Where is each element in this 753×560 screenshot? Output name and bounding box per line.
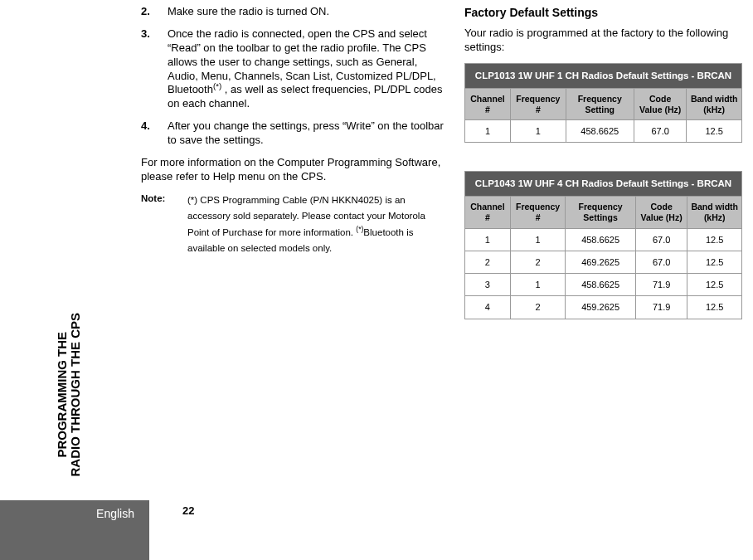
table-col-freqsetting: Frequency Settings bbox=[566, 197, 635, 228]
table-cell: 1 bbox=[510, 274, 566, 296]
step-number: 3. bbox=[141, 27, 168, 111]
step-item: 3. Once the radio is connected, open the… bbox=[141, 27, 448, 111]
step-item: 2. Make sure the radio is turned ON. bbox=[141, 5, 448, 19]
side-section-label: PROGRAMMING THERADIO THROUGH THE CPS bbox=[56, 313, 82, 477]
table-cell: 4 bbox=[465, 296, 511, 319]
table-cell: 12.5 bbox=[687, 251, 742, 273]
step-number: 4. bbox=[141, 119, 168, 148]
note-label: Note: bbox=[141, 192, 187, 257]
table-row: 1 1 458.6625 67.0 12.5 bbox=[465, 120, 742, 143]
table-cell: 2 bbox=[510, 251, 566, 273]
settings-table-1: CLP1013 1W UHF 1 CH Radios Default Setti… bbox=[464, 63, 742, 143]
table-cell: 2 bbox=[465, 251, 511, 273]
table-title-row: CLP1043 1W UHF 4 CH Radios Default Setti… bbox=[465, 172, 742, 197]
table-cell: 1 bbox=[510, 120, 566, 143]
table-row: 3 1 458.6625 71.9 12.5 bbox=[465, 274, 742, 296]
table-col-freqnum: Frequency # bbox=[510, 88, 566, 119]
table-cell: 71.9 bbox=[635, 296, 687, 319]
table-cell: 67.0 bbox=[635, 228, 687, 251]
table-cell: 1 bbox=[510, 228, 566, 251]
step-list: 2. Make sure the radio is turned ON. 3. … bbox=[141, 5, 448, 148]
table-row: 4 2 459.2625 71.9 12.5 bbox=[465, 296, 742, 319]
paragraph: For more information on the Computer Pro… bbox=[141, 156, 448, 184]
page-root: PROGRAMMING THERADIO THROUGH THE CPS Eng… bbox=[0, 0, 753, 560]
table-col-freqsetting: Frequency Setting bbox=[566, 88, 634, 119]
step-number: 2. bbox=[141, 5, 168, 19]
table-cell: 12.5 bbox=[687, 228, 742, 251]
table-header-row: Channel # Frequency # Frequency Settings… bbox=[465, 197, 742, 228]
note-block: Note: (*) CPS Programming Cable (P/N HKK… bbox=[141, 192, 448, 257]
table-cell: 12.5 bbox=[687, 274, 742, 296]
paragraph: Your radio is programmed at the factory … bbox=[464, 27, 742, 55]
table-title-row: CLP1013 1W UHF 1 CH Radios Default Setti… bbox=[465, 63, 742, 88]
table-col-bandwidth: Band width (kHz) bbox=[687, 197, 742, 228]
side-section-tab: PROGRAMMING THERADIO THROUGH THE CPS bbox=[53, 289, 85, 500]
step-item: 4. After you change the settings, press … bbox=[141, 119, 448, 148]
table-col-codevalue: Code Value (Hz) bbox=[635, 197, 687, 228]
table-col-freqnum: Frequency # bbox=[510, 197, 566, 228]
table-row: 1 1 458.6625 67.0 12.5 bbox=[465, 228, 742, 251]
table-row: 2 2 469.2625 67.0 12.5 bbox=[465, 251, 742, 273]
step-text: After you change the settings, press “Wr… bbox=[168, 119, 448, 148]
table-cell: 3 bbox=[465, 274, 511, 296]
step-text: Once the radio is connected, open the CP… bbox=[168, 27, 448, 111]
table-cell: 71.9 bbox=[635, 274, 687, 296]
table-title: CLP1043 1W UHF 4 CH Radios Default Setti… bbox=[465, 172, 742, 197]
table-col-channel: Channel # bbox=[465, 197, 511, 228]
section-heading: Factory Default Settings bbox=[464, 5, 742, 20]
table-cell: 2 bbox=[510, 296, 566, 319]
right-column: Factory Default Settings Your radio is p… bbox=[464, 5, 742, 348]
footnote-marker: (*) bbox=[213, 81, 221, 90]
table-cell: 67.0 bbox=[634, 120, 687, 143]
table-body: 1 1 458.6625 67.0 12.5 2 2 469.2625 67.0… bbox=[465, 228, 742, 319]
table-header-row: Channel # Frequency # Frequency Setting … bbox=[465, 88, 742, 119]
table-cell: 458.6625 bbox=[566, 120, 634, 143]
table-cell: 1 bbox=[465, 228, 511, 251]
settings-table-2: CLP1043 1W UHF 4 CH Radios Default Setti… bbox=[464, 171, 742, 319]
table-col-bandwidth: Band width (kHz) bbox=[687, 88, 742, 119]
table-cell: 469.2625 bbox=[566, 251, 635, 273]
step-text: Make sure the radio is turned ON. bbox=[168, 5, 448, 19]
note-text: (*) CPS Programming Cable (P/N HKKN4025)… bbox=[187, 192, 448, 257]
table-cell: 1 bbox=[465, 120, 511, 143]
left-column: 2. Make sure the radio is turned ON. 3. … bbox=[141, 5, 448, 257]
table-cell: 12.5 bbox=[687, 120, 742, 143]
table-cell: 459.2625 bbox=[566, 296, 635, 319]
table-cell: 12.5 bbox=[687, 296, 742, 319]
table-cell: 458.6625 bbox=[566, 274, 635, 296]
table-body: 1 1 458.6625 67.0 12.5 bbox=[465, 120, 742, 143]
table-col-channel: Channel # bbox=[465, 88, 511, 119]
language-block: English bbox=[0, 500, 149, 560]
language-label: English bbox=[96, 507, 134, 520]
table-cell: 67.0 bbox=[635, 251, 687, 273]
page-number: 22 bbox=[182, 504, 194, 517]
table-col-codevalue: Code Value (Hz) bbox=[634, 88, 687, 119]
table-cell: 458.6625 bbox=[566, 228, 635, 251]
footnote-marker: (*) bbox=[356, 225, 363, 233]
table-title: CLP1013 1W UHF 1 CH Radios Default Setti… bbox=[465, 63, 742, 88]
